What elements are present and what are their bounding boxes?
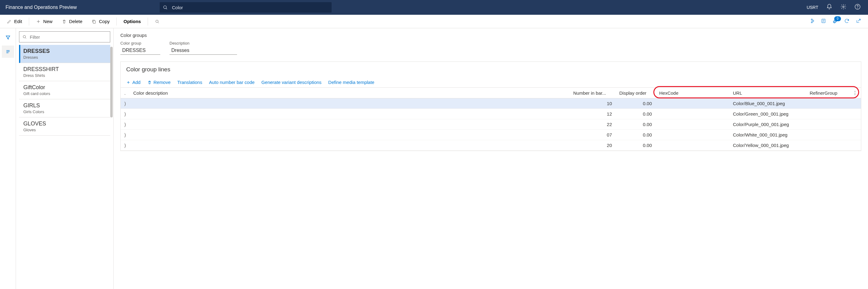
- list-pane-button[interactable]: [2, 46, 14, 58]
- col-more[interactable]: ⋮: [849, 88, 861, 98]
- list-item-code: DRESSES: [23, 48, 106, 54]
- cell-display-order[interactable]: 0.00: [616, 130, 655, 140]
- list-item[interactable]: DRESSESDresses: [19, 45, 110, 63]
- add-label: Add: [132, 80, 141, 85]
- list-item-desc: Gift card colors: [23, 91, 106, 96]
- cell-refinergroup[interactable]: [806, 109, 849, 119]
- search-icon: [22, 34, 27, 39]
- refresh-icon[interactable]: [844, 18, 849, 25]
- list-scrollbar[interactable]: [110, 47, 113, 286]
- cell-hexcode[interactable]: [655, 140, 729, 151]
- cell-number-in-barcode[interactable]: 07: [569, 130, 616, 140]
- table-row[interactable]: ) 20 0.00 Color/Yellow_000_001.jpeg: [121, 140, 861, 151]
- new-label: New: [43, 19, 53, 24]
- add-line-button[interactable]: Add: [126, 80, 141, 85]
- cell-display-order[interactable]: 0.00: [616, 119, 655, 130]
- attachments-button[interactable]: 0: [832, 18, 838, 25]
- col-display-order[interactable]: Display order: [616, 88, 655, 98]
- cell-display-order[interactable]: 0.00: [616, 140, 655, 151]
- table-row[interactable]: ) 12 0.00 Color/Green_000_001.jpeg: [121, 109, 861, 119]
- cell-display-order[interactable]: 0.00: [616, 98, 655, 109]
- table-row[interactable]: ) 10 0.00 Color/Blue_000_001.jpeg: [121, 98, 861, 109]
- cell-hexcode[interactable]: [655, 109, 729, 119]
- autonum-label: Auto number bar code: [209, 80, 254, 85]
- col-number-in-barcode[interactable]: Number in bar...: [569, 88, 616, 98]
- global-search[interactable]: Color: [160, 2, 332, 12]
- list-item[interactable]: GIRLSGirls Colors: [19, 99, 110, 117]
- find-button[interactable]: [151, 17, 163, 26]
- genvar-label: Generate variant descriptions: [261, 80, 321, 85]
- cell-number-in-barcode[interactable]: 20: [569, 140, 616, 151]
- cell-url[interactable]: Color/Green_000_001.jpeg: [729, 109, 806, 119]
- cell-refinergroup[interactable]: [806, 119, 849, 130]
- cell-url[interactable]: Color/White_000_001.jpeg: [729, 130, 806, 140]
- svg-rect-7: [93, 21, 95, 23]
- col-hexcode[interactable]: HexCode: [655, 88, 729, 98]
- auto-number-button[interactable]: Auto number bar code: [209, 80, 254, 85]
- table-row[interactable]: ) 22 0.00 Color/Purple_000_001.jpeg: [121, 119, 861, 130]
- page-title: Color groups: [120, 33, 861, 38]
- grid-header-row: . Color description Number in bar... Dis…: [121, 88, 861, 98]
- cell-hexcode[interactable]: [655, 130, 729, 140]
- options-button[interactable]: Options: [120, 17, 145, 26]
- remove-label: Remove: [154, 80, 171, 85]
- copy-button[interactable]: Copy: [88, 17, 113, 26]
- cell-refinergroup[interactable]: [806, 130, 849, 140]
- list-filter-input[interactable]: [19, 31, 110, 42]
- cell-url[interactable]: Color/Blue_000_001.jpeg: [729, 98, 806, 109]
- diamond-icon[interactable]: [809, 18, 814, 25]
- description-value[interactable]: Dresses: [169, 47, 237, 55]
- delete-button[interactable]: Delete: [58, 17, 86, 26]
- col-url[interactable]: URL: [729, 88, 806, 98]
- office-icon[interactable]: [821, 18, 826, 25]
- cell-refinergroup[interactable]: [806, 140, 849, 151]
- cell-color-description[interactable]: [130, 140, 569, 151]
- color-group-value[interactable]: DRESSES: [120, 47, 160, 55]
- list-item[interactable]: GLOVESGloves: [19, 117, 110, 136]
- cell-color-description[interactable]: [130, 98, 569, 109]
- separator: [148, 18, 148, 26]
- col-color-description[interactable]: Color description: [130, 88, 569, 98]
- cell-number-in-barcode[interactable]: 10: [569, 98, 616, 109]
- popout-icon[interactable]: [856, 18, 861, 25]
- cell-url[interactable]: Color/Purple_000_001.jpeg: [729, 119, 806, 130]
- edit-button[interactable]: Edit: [3, 17, 26, 26]
- gear-icon[interactable]: [840, 4, 846, 11]
- app-title: Finance and Operations Preview: [0, 5, 160, 10]
- list-item-code: GiftColor: [23, 84, 106, 91]
- list-item-desc: Dress Shirts: [23, 73, 106, 78]
- cell-refinergroup[interactable]: [806, 98, 849, 109]
- cell-hexcode[interactable]: [655, 98, 729, 109]
- cell-url[interactable]: Color/Yellow_000_001.jpeg: [729, 140, 806, 151]
- bell-icon[interactable]: [826, 4, 832, 11]
- row-marker: ): [121, 98, 130, 109]
- cell-display-order[interactable]: 0.00: [616, 109, 655, 119]
- cell-color-description[interactable]: [130, 109, 569, 119]
- filter-pane-button[interactable]: [2, 31, 14, 44]
- list-item[interactable]: GiftColorGift card colors: [19, 81, 110, 99]
- svg-line-9: [158, 22, 159, 23]
- remove-line-button[interactable]: Remove: [147, 80, 171, 85]
- cell-hexcode[interactable]: [655, 119, 729, 130]
- col-refinergroup[interactable]: RefinerGroup: [806, 88, 849, 98]
- svg-point-8: [156, 20, 158, 23]
- list-item[interactable]: DRESSSHIRTDress Shirts: [19, 63, 110, 81]
- translations-button[interactable]: Translations: [178, 80, 202, 85]
- cell-number-in-barcode[interactable]: 12: [569, 109, 616, 119]
- search-icon: [163, 5, 168, 10]
- cell-more: [849, 140, 861, 151]
- define-media-button[interactable]: Define media template: [328, 80, 374, 85]
- generate-variants-button[interactable]: Generate variant descriptions: [261, 80, 321, 85]
- new-button[interactable]: New: [32, 17, 56, 26]
- help-icon[interactable]: [855, 4, 861, 11]
- cell-color-description[interactable]: [130, 130, 569, 140]
- list-item-code: GLOVES: [23, 120, 106, 127]
- left-rail: [0, 28, 16, 289]
- color-group-field: Color group DRESSES: [120, 41, 160, 55]
- cell-color-description[interactable]: [130, 119, 569, 130]
- user-label[interactable]: USRT: [807, 5, 818, 10]
- media-label: Define media template: [328, 80, 374, 85]
- cell-number-in-barcode[interactable]: 22: [569, 119, 616, 130]
- table-row[interactable]: ) 07 0.00 Color/White_000_001.jpeg: [121, 130, 861, 140]
- svg-line-1: [166, 8, 167, 9]
